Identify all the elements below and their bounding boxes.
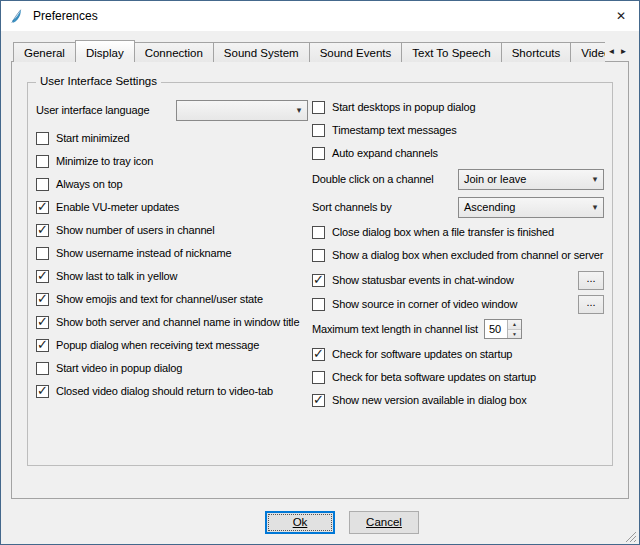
checkbox-label: Minimize to tray icon bbox=[56, 155, 153, 167]
checkbox-label: Start video in popup dialog bbox=[56, 362, 182, 374]
checkbox-row: Check for software updates on startup bbox=[312, 346, 604, 362]
max-text-length-row: Maximum text length in channel list 50 ▲… bbox=[312, 318, 604, 340]
max-text-length-spinner[interactable]: 50 ▲ ▼ bbox=[484, 319, 522, 339]
checkbox-row: Show emojis and text for channel/user st… bbox=[36, 291, 308, 307]
checkbox[interactable] bbox=[36, 362, 49, 375]
checkbox[interactable] bbox=[312, 394, 325, 407]
language-row: User interface language ▾ bbox=[36, 99, 308, 121]
resize-grip[interactable] bbox=[624, 529, 637, 542]
checkbox-row: Start minimized bbox=[36, 130, 308, 146]
chevron-down-icon: ▾ bbox=[291, 105, 307, 115]
checkbox[interactable] bbox=[312, 226, 325, 239]
video-source-row: Show source in corner of video window ..… bbox=[312, 294, 604, 314]
checkbox-row: Minimize to tray icon bbox=[36, 153, 308, 169]
checkbox[interactable] bbox=[36, 178, 49, 191]
tab-video[interactable]: Video bbox=[570, 42, 605, 62]
checkbox[interactable] bbox=[36, 201, 49, 214]
right-checkbox-list-mid: Close dialog box when a file transfer is… bbox=[312, 224, 604, 263]
checkbox[interactable] bbox=[312, 101, 325, 114]
right-checkbox-list-top: Start desktops in popup dialogTimestamp … bbox=[312, 99, 604, 161]
checkbox[interactable] bbox=[36, 385, 49, 398]
tab-scroll-right-icon[interactable]: ► bbox=[618, 43, 629, 59]
chevron-down-icon: ▾ bbox=[587, 202, 603, 212]
checkbox[interactable] bbox=[312, 348, 325, 361]
tab-widget: GeneralDisplayConnectionSound SystemSoun… bbox=[11, 39, 629, 499]
double-click-value: Join or leave bbox=[459, 173, 587, 185]
checkbox-row: Check for beta software updates on start… bbox=[312, 369, 604, 385]
checkbox[interactable] bbox=[312, 298, 325, 311]
user-interface-settings-group: User Interface Settings User interface l… bbox=[27, 82, 613, 466]
checkbox-row: Auto expand channels bbox=[312, 145, 604, 161]
tab-general[interactable]: General bbox=[13, 42, 76, 62]
right-checkbox-list-bottom: Check for software updates on startupChe… bbox=[312, 346, 604, 408]
checkbox[interactable] bbox=[36, 132, 49, 145]
checkbox-row: Close dialog box when a file transfer is… bbox=[312, 224, 604, 240]
checkbox[interactable] bbox=[312, 274, 325, 287]
language-select[interactable]: ▾ bbox=[176, 100, 308, 121]
tab-bar: GeneralDisplayConnectionSound SystemSoun… bbox=[11, 39, 629, 62]
checkbox[interactable] bbox=[312, 124, 325, 137]
checkbox-row: Start video in popup dialog bbox=[36, 360, 308, 376]
sort-channels-row: Sort channels by Ascending ▾ bbox=[312, 196, 604, 218]
chevron-down-icon: ▾ bbox=[587, 174, 603, 184]
video-source-config-button[interactable]: ... bbox=[578, 295, 604, 314]
checkbox[interactable] bbox=[36, 316, 49, 329]
sort-channels-select[interactable]: Ascending ▾ bbox=[458, 197, 604, 218]
checkbox-row: Popup dialog when receiving text message bbox=[36, 337, 308, 353]
tab-scroll-left-icon[interactable]: ◄ bbox=[606, 43, 617, 59]
tab-sound-system[interactable]: Sound System bbox=[213, 42, 310, 62]
checkbox-row: Show new version available in dialog box bbox=[312, 392, 604, 408]
checkbox[interactable] bbox=[36, 339, 49, 352]
dialog-buttons: Ok Cancel bbox=[1, 500, 639, 544]
checkbox-label: Start minimized bbox=[56, 132, 130, 144]
checkbox[interactable] bbox=[312, 147, 325, 160]
checkbox[interactable] bbox=[312, 371, 325, 384]
checkbox-label: Check for software updates on startup bbox=[332, 348, 512, 360]
checkbox-label: Popup dialog when receiving text message bbox=[56, 339, 259, 351]
checkbox-label: Show new version available in dialog box bbox=[332, 394, 527, 406]
spin-down-icon[interactable]: ▼ bbox=[508, 330, 521, 339]
checkbox-row: Show last to talk in yellow bbox=[36, 268, 308, 284]
ok-button[interactable]: Ok bbox=[265, 511, 335, 534]
tab-connection[interactable]: Connection bbox=[134, 42, 214, 62]
checkbox-row: Timestamp text messages bbox=[312, 122, 604, 138]
right-column: Start desktops in popup dialogTimestamp … bbox=[308, 99, 604, 415]
language-label: User interface language bbox=[36, 104, 149, 116]
checkbox-row: Show username instead of nickname bbox=[36, 245, 308, 261]
checkbox-label: Timestamp text messages bbox=[332, 124, 457, 136]
sort-channels-label: Sort channels by bbox=[312, 201, 392, 213]
checkbox-label: Check for beta software updates on start… bbox=[332, 371, 536, 383]
statusbar-events-config-button[interactable]: ... bbox=[578, 271, 604, 290]
checkbox-label: Show username instead of nickname bbox=[56, 247, 231, 259]
statusbar-events-row: Show statusbar events in chat-window ... bbox=[312, 270, 604, 290]
checkbox-label: Enable VU-meter updates bbox=[56, 201, 179, 213]
tab-display[interactable]: Display bbox=[75, 40, 135, 62]
cancel-button[interactable]: Cancel bbox=[349, 511, 419, 534]
checkbox-row: Enable VU-meter updates bbox=[36, 199, 308, 215]
window-title: Preferences bbox=[33, 9, 603, 23]
close-icon[interactable]: ✕ bbox=[603, 1, 639, 31]
checkbox-row: Show both server and channel name in win… bbox=[36, 314, 308, 330]
checkbox[interactable] bbox=[312, 249, 325, 262]
checkbox-row: Start desktops in popup dialog bbox=[312, 99, 604, 115]
checkbox[interactable] bbox=[36, 293, 49, 306]
tab-shortcuts[interactable]: Shortcuts bbox=[501, 42, 572, 62]
checkbox-label: Closed video dialog should return to vid… bbox=[56, 385, 273, 397]
title-bar: Preferences ✕ bbox=[1, 1, 639, 31]
tab-text-to-speech[interactable]: Text To Speech bbox=[401, 42, 501, 62]
checkbox-label: Show source in corner of video window bbox=[332, 298, 517, 310]
checkbox-label: Show statusbar events in chat-window bbox=[332, 274, 514, 286]
checkbox[interactable] bbox=[36, 247, 49, 260]
preferences-dialog: Preferences ✕ GeneralDisplayConnectionSo… bbox=[0, 0, 640, 545]
double-click-row: Double click on a channel Join or leave … bbox=[312, 168, 604, 190]
double-click-select[interactable]: Join or leave ▾ bbox=[458, 169, 604, 190]
checkbox-row: Closed video dialog should return to vid… bbox=[36, 383, 308, 399]
checkbox[interactable] bbox=[36, 270, 49, 283]
checkbox[interactable] bbox=[36, 224, 49, 237]
tab-sound-events[interactable]: Sound Events bbox=[309, 42, 403, 62]
max-text-length-value: 50 bbox=[485, 320, 507, 338]
spin-up-icon[interactable]: ▲ bbox=[508, 320, 521, 330]
checkbox[interactable] bbox=[36, 155, 49, 168]
checkbox-label: Start desktops in popup dialog bbox=[332, 101, 476, 113]
checkbox-row: Show a dialog box when excluded from cha… bbox=[312, 247, 604, 263]
